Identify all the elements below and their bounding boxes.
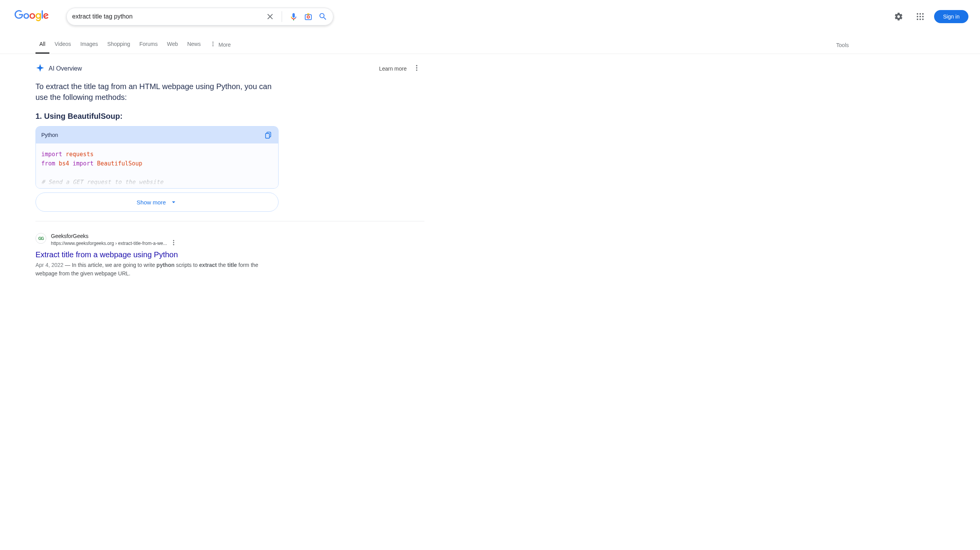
show-more-label: Show more [137,199,166,206]
search-input[interactable] [72,13,265,20]
result-snippet: Apr 4, 2022 — In this article, we are go… [35,261,279,278]
tab-forums[interactable]: Forums [135,36,161,54]
result-url: https://www.geeksforgeeks.org › extract-… [51,241,167,246]
tab-images[interactable]: Images [76,36,102,54]
svg-point-11 [922,19,924,20]
tools-button[interactable]: Tools [836,37,849,53]
clear-icon[interactable] [265,12,275,21]
copy-icon[interactable] [264,130,273,140]
svg-point-8 [922,16,924,17]
show-more-button[interactable]: Show more [35,192,279,212]
search-container [66,8,333,25]
result-date: Apr 4, 2022 [35,262,63,268]
svg-point-13 [213,44,214,45]
svg-point-1 [307,16,309,18]
ai-overview-title: AI Overview [49,65,82,72]
divider [35,221,424,221]
search-result: GG GeeksforGeeks https://www.geeksforgee… [35,233,279,278]
svg-rect-0 [305,15,311,20]
settings-icon[interactable] [891,9,906,24]
svg-point-3 [917,13,918,15]
tab-more[interactable]: More [206,36,235,54]
code-block: Python import requests from bs4 import B… [35,126,279,189]
tab-shopping[interactable]: Shopping [103,36,134,54]
svg-point-7 [919,16,921,17]
svg-point-15 [416,65,417,66]
result-favicon: GG [35,233,46,244]
result-sitename: GeeksforGeeks [51,233,279,239]
chevron-down-icon [170,198,177,206]
svg-point-23 [173,242,174,243]
svg-text:G: G [41,236,44,241]
ai-intro-text: To extract the title tag from an HTML we… [35,81,275,103]
svg-point-14 [213,45,214,46]
learn-more-link[interactable]: Learn more [379,66,407,72]
svg-point-17 [416,69,417,71]
ai-heading-1: 1. Using BeautifulSoup: [35,112,424,121]
svg-point-24 [173,244,174,245]
svg-point-5 [922,13,924,15]
svg-point-16 [416,67,417,68]
tab-all[interactable]: All [35,36,49,54]
apps-icon[interactable] [912,9,928,24]
svg-point-6 [917,16,918,17]
voice-search-icon[interactable] [289,12,298,21]
result-menu-icon[interactable] [170,239,177,247]
tab-videos[interactable]: Videos [51,36,75,54]
tab-news[interactable]: News [183,36,204,54]
signin-button[interactable]: Sign in [934,10,968,23]
svg-point-4 [919,13,921,15]
tab-more-label: More [218,42,231,48]
google-logo[interactable] [14,10,49,23]
svg-point-12 [213,42,214,43]
search-icon[interactable] [318,12,328,21]
image-search-icon[interactable] [304,12,313,21]
sparkle-icon [35,63,45,74]
result-title[interactable]: Extract title from a webpage using Pytho… [35,250,279,259]
code-content: import requests from bs4 import Beautifu… [36,143,278,188]
svg-point-10 [919,19,921,20]
svg-rect-19 [265,133,269,138]
more-dots-icon [210,41,216,48]
ai-menu-icon[interactable] [413,64,421,73]
tabs: All Videos Images Shopping Forums Web Ne… [35,36,235,54]
svg-rect-2 [307,13,309,15]
separator [282,11,282,22]
code-fade [36,169,278,188]
tab-web[interactable]: Web [163,36,182,54]
svg-point-9 [917,19,918,20]
svg-point-22 [173,240,174,241]
code-language-label: Python [41,132,58,138]
